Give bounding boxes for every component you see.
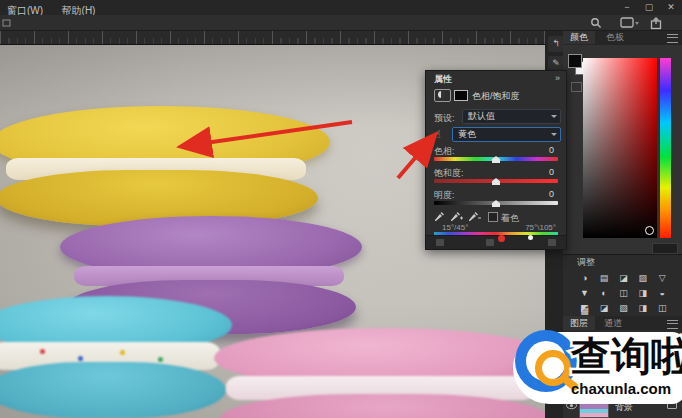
saturation-value: 0 bbox=[549, 167, 554, 177]
range-marker-right[interactable] bbox=[528, 235, 533, 240]
adjustments-row-3: ◩ ◪ ▧ ◨ ◫ bbox=[577, 297, 677, 310]
colorize-label: 着色 bbox=[501, 212, 519, 225]
on-image-adjustment-tool-icon[interactable]: ☝ bbox=[434, 128, 441, 141]
subtract-eyedropper-icon[interactable] bbox=[468, 211, 481, 222]
properties-panel-footer bbox=[426, 235, 566, 249]
adjustment-icon[interactable]: ◪ bbox=[596, 303, 611, 313]
range-marker-left[interactable] bbox=[498, 235, 505, 242]
saturation-brightness-field[interactable] bbox=[583, 58, 657, 238]
hue-slider-strip[interactable] bbox=[660, 58, 671, 238]
maximize-button[interactable]: ▢ bbox=[638, 0, 660, 14]
collapsed-panel-icon-history[interactable]: ↰ bbox=[548, 36, 564, 52]
footer-delete-icon[interactable] bbox=[548, 239, 556, 246]
watermark-logo-icon bbox=[515, 330, 577, 392]
minimize-button[interactable]: − bbox=[616, 0, 638, 14]
menu-bar: 窗口(W) 帮助(H) − ▢ ✕ bbox=[0, 0, 682, 16]
adjustments-row-1: ◑ ▤ ◪ ▨ ▽ bbox=[577, 267, 677, 280]
close-button[interactable]: ✕ bbox=[660, 0, 682, 14]
adjustments-row-2: ▼ ◐ ◫ ◨ ◒ ▦ bbox=[577, 282, 677, 295]
layer-mask-icon[interactable] bbox=[454, 90, 468, 101]
properties-panel: 属性 » 色相/饱和度 预设: 默认值 ☝ 黄色 色相: 0 饱和度: 0 明度… bbox=[425, 70, 567, 250]
footer-clip-icon[interactable] bbox=[436, 239, 444, 246]
tab-color[interactable]: 颜色 bbox=[563, 30, 595, 44]
color-field-marker[interactable] bbox=[645, 226, 654, 235]
tab-swatches[interactable]: 色板 bbox=[599, 30, 631, 44]
add-eyedropper-icon[interactable] bbox=[450, 211, 463, 222]
adjustment-icon[interactable]: ◨ bbox=[635, 303, 650, 313]
foreground-color-swatch[interactable] bbox=[568, 54, 582, 68]
channel-dropdown[interactable]: 黄色 bbox=[452, 127, 561, 142]
color-panel-menu-icon[interactable] bbox=[667, 34, 678, 43]
preset-label: 预设: bbox=[434, 112, 455, 125]
adjustment-icon[interactable]: ◫ bbox=[655, 303, 670, 313]
hue-value: 0 bbox=[549, 145, 554, 155]
lightness-value: 0 bbox=[549, 189, 554, 199]
collapse-panel-icon[interactable]: » bbox=[555, 73, 560, 83]
screen-mode-icon[interactable] bbox=[620, 17, 634, 28]
channel-value: 黄色 bbox=[458, 129, 476, 139]
color-panel-tabbar: 颜色 色板 bbox=[563, 30, 682, 45]
range-right-label: 75°\105° bbox=[525, 223, 556, 232]
range-left-label: 15°/45° bbox=[442, 223, 468, 232]
hex-value-field[interactable] bbox=[652, 243, 678, 254]
watermark: 查询啦 chaxunla.com bbox=[505, 324, 682, 410]
watermark-domain: chaxunla.com bbox=[571, 380, 671, 397]
horizontal-ruler[interactable] bbox=[0, 30, 545, 45]
tool-preset-icon[interactable] bbox=[2, 17, 12, 28]
photoshop-window: 窗口(W) 帮助(H) − ▢ ✕ bbox=[0, 0, 682, 418]
dropdown-caret-icon bbox=[551, 133, 557, 136]
adjustment-title: 色相/饱和度 bbox=[472, 90, 520, 103]
preset-dropdown[interactable]: 默认值 bbox=[462, 109, 561, 124]
share-icon[interactable] bbox=[650, 17, 664, 28]
default-colors-icon[interactable] bbox=[571, 82, 582, 92]
colorize-checkbox[interactable] bbox=[488, 212, 498, 222]
adjustment-icon[interactable]: ◩ bbox=[577, 303, 592, 313]
adjustment-badge-icon bbox=[434, 89, 451, 102]
dropdown-caret-icon bbox=[551, 115, 557, 118]
footer-eye-icon[interactable] bbox=[486, 239, 494, 246]
watermark-brand-text: 查询啦 bbox=[570, 334, 682, 379]
eyedropper-icon[interactable] bbox=[434, 211, 445, 222]
adjustments-panel: 调整 ◑ ▤ ◪ ▨ ▽ ▼ ◐ ◫ ◨ ◒ ▦ ◩ ◪ ▧ ◨ ◫ bbox=[563, 254, 682, 317]
preset-value: 默认值 bbox=[468, 111, 495, 121]
search-icon[interactable] bbox=[590, 17, 604, 28]
properties-tab[interactable]: 属性 bbox=[434, 73, 452, 86]
color-panel: 颜色 色板 bbox=[563, 30, 682, 254]
watermark-brand: 查询啦 bbox=[571, 326, 682, 382]
adjustment-icon[interactable]: ▧ bbox=[616, 303, 631, 313]
options-bar bbox=[0, 15, 682, 31]
